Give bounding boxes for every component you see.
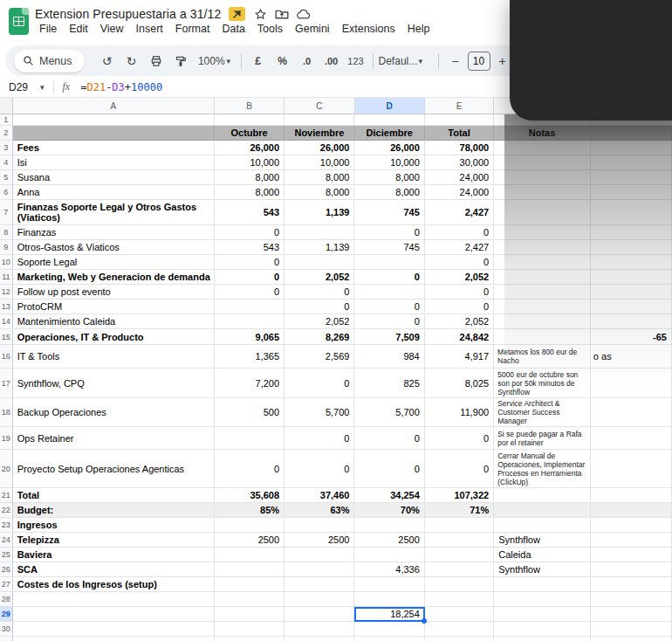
row-header-6[interactable]: 6 — [0, 185, 13, 200]
column-header-a[interactable]: A — [13, 98, 215, 114]
cell-G16[interactable]: o as — [591, 345, 672, 369]
cell-E16[interactable]: 4,917 — [425, 345, 494, 369]
cell-C30[interactable] — [285, 622, 354, 637]
row-header-1[interactable]: 1 — [0, 114, 13, 126]
cell-F6[interactable] — [494, 185, 591, 200]
cell-D29[interactable]: 18,254 — [354, 607, 424, 622]
row-header-28[interactable]: 28 — [0, 592, 13, 607]
cell-B15[interactable]: 9,065 — [215, 329, 285, 345]
menu-item-file[interactable]: File — [33, 22, 63, 38]
cell-F26[interactable]: Synthflow — [494, 562, 591, 577]
cell-E4[interactable]: 30,000 — [425, 155, 494, 170]
cell-C15[interactable]: 8,269 — [285, 329, 354, 345]
cell-E6[interactable]: 24,000 — [425, 185, 494, 200]
cell-B12[interactable]: 0 — [215, 285, 285, 300]
cell-F13[interactable] — [494, 300, 591, 314]
cell-A14[interactable]: Mantenimiento Caleida — [13, 314, 215, 329]
cell-C13[interactable]: 0 — [285, 300, 354, 314]
menu-item-tools[interactable]: Tools — [251, 22, 289, 38]
cell-E19[interactable]: 0 — [425, 427, 494, 450]
cell-F24[interactable]: Synthflow — [494, 533, 591, 548]
cell-G26[interactable] — [591, 562, 672, 577]
cell-G22[interactable] — [591, 503, 672, 518]
name-box[interactable]: D29 — [0, 81, 40, 93]
cell-B24[interactable]: 2500 — [215, 533, 285, 548]
cell-G9[interactable] — [591, 240, 672, 255]
cell-A21[interactable]: Total — [13, 488, 215, 503]
cell-C28[interactable] — [285, 592, 354, 607]
row-header-22[interactable]: 22 — [0, 503, 13, 518]
cell-C8[interactable] — [285, 225, 354, 240]
cell-D28[interactable] — [354, 592, 424, 607]
print-button[interactable] — [145, 50, 168, 72]
cell-D3[interactable]: 26,000 — [354, 141, 424, 155]
cell-B4[interactable]: 10,000 — [215, 155, 285, 170]
cell-C24[interactable]: 2500 — [285, 533, 354, 548]
cell-B28[interactable] — [215, 592, 285, 607]
cell-D31[interactable] — [354, 637, 424, 641]
cell-E12[interactable]: 0 — [425, 285, 494, 300]
row-header-11[interactable]: 11 — [0, 270, 13, 285]
cell-E22[interactable]: 71% — [425, 503, 494, 518]
cell-A13[interactable]: ProtoCRM — [13, 300, 215, 314]
row-header-21[interactable]: 21 — [0, 488, 13, 503]
row-header-14[interactable]: 14 — [0, 314, 13, 329]
cell-D5[interactable]: 8,000 — [354, 170, 424, 185]
menus-search-button[interactable]: Menus — [14, 50, 85, 72]
cell-E29[interactable] — [425, 607, 494, 622]
cell-C25[interactable] — [285, 548, 354, 562]
cell-B21[interactable]: 35,608 — [215, 488, 285, 503]
cell-D25[interactable] — [354, 548, 424, 562]
cell-A4[interactable]: Isi — [13, 155, 215, 170]
cell-F16[interactable]: Metamos los 800 eur de Nacho — [494, 345, 591, 369]
cell-A22[interactable]: Budget: — [13, 503, 215, 518]
cell-A17[interactable]: Synthflow, CPQ — [13, 369, 215, 398]
cell-F30[interactable] — [494, 622, 591, 637]
cell-F25[interactable]: Caleida — [494, 548, 591, 562]
cell-E25[interactable] — [425, 548, 494, 562]
cell-D8[interactable]: 0 — [354, 225, 424, 240]
cell-F3[interactable] — [494, 141, 591, 155]
cell-A8[interactable]: Finanzas — [13, 225, 215, 240]
cell-A3[interactable]: Fees — [13, 141, 215, 155]
cell-G3[interactable] — [591, 141, 672, 155]
cell-D19[interactable]: 0 — [354, 427, 424, 450]
cell-G5[interactable] — [591, 170, 672, 185]
cell-F8[interactable] — [494, 225, 591, 240]
cell-G11[interactable] — [591, 270, 672, 285]
cell-B8[interactable]: 0 — [215, 225, 285, 240]
cell-C7[interactable]: 1,139 — [285, 200, 354, 225]
format-currency-button[interactable]: £ — [247, 50, 270, 72]
cell-B25[interactable] — [215, 548, 285, 562]
cloud-saved-icon[interactable] — [297, 7, 311, 21]
cell-G27[interactable] — [591, 577, 672, 592]
cell-A27[interactable]: Costes de los Ingresos (setup) — [13, 577, 215, 592]
cell-C29[interactable] — [285, 607, 354, 622]
cell-D10[interactable] — [354, 255, 424, 270]
cell-A19[interactable]: Ops Retainer — [13, 427, 215, 450]
cell-F5[interactable] — [494, 170, 591, 185]
cell-A2[interactable] — [13, 126, 215, 141]
cell-E18[interactable]: 11,900 — [425, 398, 494, 427]
format-percent-button[interactable]: % — [271, 50, 294, 72]
cell-B27[interactable] — [215, 577, 285, 592]
cell-F12[interactable] — [494, 285, 591, 300]
cell-G4[interactable] — [591, 155, 672, 170]
cell-G17[interactable] — [591, 369, 672, 398]
cell-C4[interactable]: 10,000 — [285, 155, 354, 170]
cell-G12[interactable] — [591, 285, 672, 300]
cell-D17[interactable]: 825 — [354, 369, 424, 398]
cell-A9[interactable]: Otros-Gastos & Viaticos — [13, 240, 215, 255]
cell-C14[interactable]: 2,052 — [285, 314, 354, 329]
row-header-8[interactable]: 8 — [0, 225, 13, 240]
cell-E1[interactable] — [425, 114, 494, 126]
more-formats-button[interactable]: 123 — [345, 50, 367, 72]
row-header-19[interactable]: 19 — [0, 427, 13, 450]
cell-B3[interactable]: 26,000 — [215, 141, 285, 155]
cell-C20[interactable]: 0 — [285, 450, 354, 488]
cell-G7[interactable] — [591, 200, 672, 225]
cell-G6[interactable] — [591, 185, 672, 200]
cell-A20[interactable]: Proyecto Setup Operaciones Agenticas — [13, 450, 215, 488]
cell-E10[interactable]: 0 — [425, 255, 494, 270]
cell-G19[interactable] — [591, 427, 672, 450]
